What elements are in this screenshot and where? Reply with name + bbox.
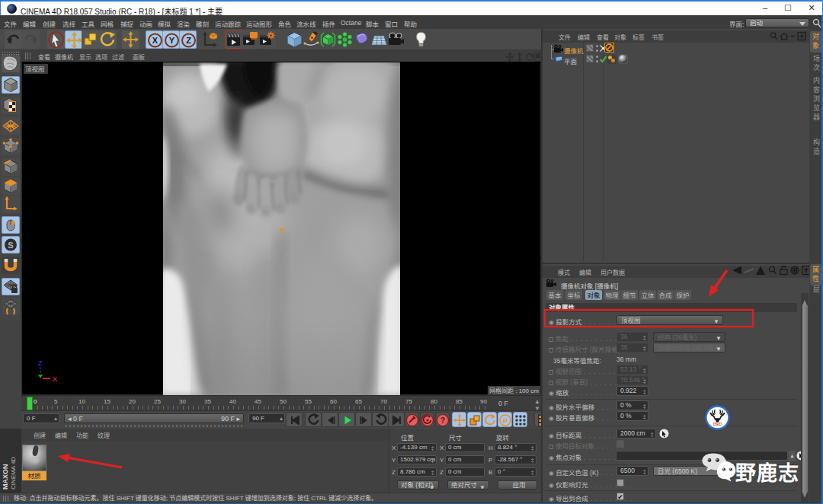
svg-text:?: ? (440, 416, 445, 425)
svg-text:X: X (152, 36, 159, 45)
svg-text:X: X (53, 375, 57, 383)
svg-text:P: P (503, 417, 508, 425)
svg-text:S: S (8, 241, 13, 250)
svg-text:野鹿志: 野鹿志 (715, 423, 721, 426)
svg-text:Y: Y (169, 36, 175, 45)
svg-text:Z: Z (38, 359, 43, 367)
svg-text:Z: Z (186, 36, 191, 45)
